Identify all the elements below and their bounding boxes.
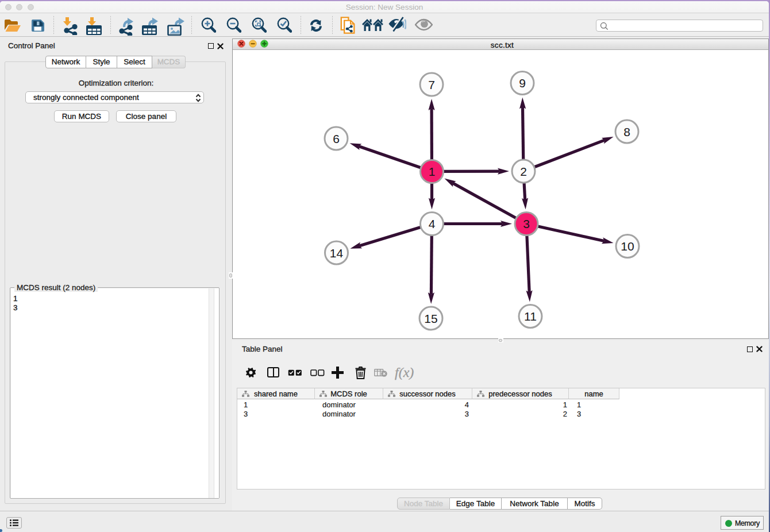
svg-text:11: 11	[524, 310, 537, 323]
svg-text:7: 7	[428, 78, 435, 91]
svg-text:10: 10	[621, 240, 634, 253]
svg-text:14: 14	[330, 246, 344, 260]
svg-text:2: 2	[520, 165, 527, 178]
svg-text:9: 9	[519, 76, 526, 90]
svg-text:8: 8	[623, 125, 630, 138]
svg-text:4: 4	[429, 217, 436, 230]
svg-text:1: 1	[429, 165, 436, 178]
svg-text:3: 3	[523, 217, 530, 230]
svg-text:15: 15	[424, 312, 437, 325]
svg-text:6: 6	[333, 132, 340, 145]
